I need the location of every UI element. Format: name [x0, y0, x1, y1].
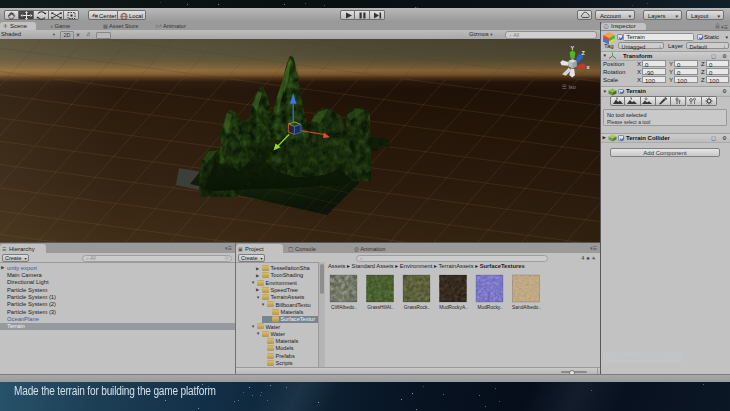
svg-text:☰ Iso: ☰ Iso	[562, 84, 576, 90]
svg-text:Y: Y	[571, 44, 575, 50]
